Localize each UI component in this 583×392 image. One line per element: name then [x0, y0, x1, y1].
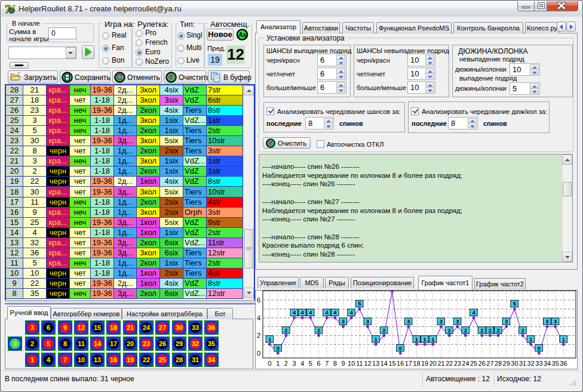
svg-text:0: 0	[277, 345, 280, 351]
svg-text:2: 2	[496, 327, 499, 334]
svg-text:19: 19	[421, 360, 428, 367]
svg-text:36: 36	[560, 360, 567, 367]
svg-text:11: 11	[78, 340, 85, 347]
svg-text:26: 26	[478, 360, 486, 367]
svg-text:11: 11	[356, 360, 363, 367]
svg-text:4: 4	[350, 309, 354, 316]
svg-text:27: 27	[486, 360, 493, 367]
svg-text:6: 6	[257, 297, 260, 304]
svg-text:34: 34	[208, 356, 216, 363]
svg-text:0: 0	[257, 350, 260, 357]
svg-text:4: 4	[326, 309, 329, 316]
svg-text:1: 1	[431, 336, 435, 342]
svg-text:22: 22	[143, 356, 150, 363]
svg-text:1: 1	[529, 336, 533, 342]
svg-text:23: 23	[454, 360, 461, 367]
svg-text:4: 4	[300, 360, 304, 367]
svg-text:1: 1	[268, 336, 272, 342]
svg-text:20: 20	[127, 340, 134, 347]
svg-text:12: 12	[78, 324, 85, 331]
svg-text:0: 0	[268, 360, 272, 367]
svg-text:3: 3	[554, 318, 557, 325]
svg-text:3: 3	[545, 318, 548, 325]
svg-text:4: 4	[333, 309, 337, 316]
svg-text:3: 3	[342, 318, 345, 325]
svg-text:4: 4	[293, 309, 296, 316]
svg-text:2: 2	[521, 327, 524, 334]
svg-text:24: 24	[143, 324, 151, 331]
svg-text:35: 35	[208, 340, 215, 347]
svg-text:21: 21	[127, 324, 134, 331]
svg-text:2: 2	[464, 327, 467, 334]
svg-text:13: 13	[372, 360, 379, 367]
svg-text:2: 2	[382, 327, 385, 334]
svg-text:32: 32	[527, 360, 535, 367]
svg-text:4: 4	[472, 309, 475, 316]
svg-text:10: 10	[78, 356, 85, 363]
svg-text:5: 5	[358, 300, 361, 307]
svg-text:12: 12	[364, 360, 371, 367]
svg-text:25: 25	[159, 356, 166, 363]
svg-text:25: 25	[470, 360, 477, 367]
svg-text:19: 19	[127, 356, 134, 363]
svg-text:3: 3	[456, 318, 459, 325]
svg-text:14: 14	[381, 360, 388, 367]
svg-text:3: 3	[505, 318, 508, 325]
svg-text:3: 3	[407, 318, 410, 325]
svg-text:32: 32	[192, 340, 199, 347]
svg-text:28: 28	[495, 360, 502, 367]
svg-text:As: As	[239, 32, 247, 38]
svg-text:8: 8	[63, 340, 67, 347]
svg-text:27: 27	[159, 324, 166, 331]
svg-text:4: 4	[309, 309, 312, 316]
svg-text:18: 18	[110, 324, 117, 331]
svg-text:2: 2	[284, 327, 287, 334]
svg-text:34: 34	[544, 360, 551, 367]
svg-text:2: 2	[284, 360, 288, 367]
svg-text:2: 2	[257, 332, 260, 339]
svg-text:30: 30	[176, 324, 183, 331]
svg-text:15: 15	[388, 360, 395, 367]
svg-text:20: 20	[429, 360, 437, 367]
svg-text:6: 6	[317, 360, 321, 367]
svg-text:15: 15	[94, 324, 101, 331]
svg-text:13: 13	[94, 356, 101, 363]
svg-text:5: 5	[47, 340, 50, 347]
svg-text:9: 9	[63, 324, 67, 331]
svg-text:18: 18	[413, 360, 420, 367]
svg-text:7: 7	[63, 356, 67, 363]
svg-text:29: 29	[503, 360, 510, 367]
svg-text:3: 3	[366, 318, 369, 325]
svg-text:1: 1	[375, 336, 378, 342]
svg-text:1: 1	[276, 360, 280, 367]
svg-text:1: 1	[423, 336, 426, 342]
svg-text:17: 17	[405, 360, 412, 367]
svg-text:5: 5	[309, 360, 312, 367]
svg-text:21: 21	[437, 360, 444, 367]
svg-text:0: 0	[399, 345, 402, 351]
svg-text:1: 1	[30, 356, 34, 363]
svg-text:26: 26	[159, 340, 166, 347]
svg-text:2: 2	[317, 327, 320, 334]
svg-text:22: 22	[446, 360, 453, 367]
svg-text:4: 4	[301, 309, 305, 316]
svg-text:24: 24	[462, 360, 469, 367]
svg-text:31: 31	[192, 356, 199, 363]
svg-text:16: 16	[110, 356, 117, 363]
svg-text:2: 2	[489, 327, 492, 334]
svg-text:9: 9	[341, 360, 345, 367]
svg-text:0: 0	[13, 340, 17, 347]
svg-text:4: 4	[47, 356, 51, 363]
svg-text:3: 3	[30, 324, 34, 331]
svg-text:35: 35	[552, 360, 559, 367]
svg-text:3: 3	[293, 360, 296, 367]
svg-text:10: 10	[348, 360, 355, 367]
svg-text:7: 7	[325, 360, 329, 367]
svg-text:29: 29	[176, 340, 183, 347]
svg-text:30: 30	[511, 360, 518, 367]
svg-text:28: 28	[176, 356, 183, 363]
svg-text:17: 17	[110, 340, 117, 347]
svg-text:31: 31	[519, 360, 526, 367]
svg-text:1: 1	[415, 336, 419, 342]
svg-text:8: 8	[333, 360, 337, 367]
